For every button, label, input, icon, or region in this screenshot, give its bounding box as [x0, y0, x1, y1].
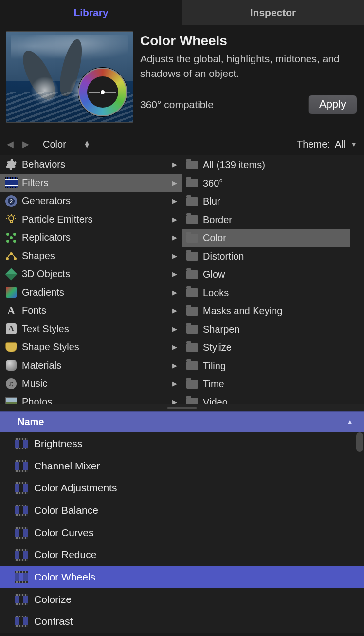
sort-arrow-icon: ▲	[346, 418, 353, 426]
subcategory-row[interactable]: Time	[182, 375, 350, 393]
subcategory-label: Border	[203, 214, 232, 225]
chevron-right-icon: ▶	[172, 179, 177, 187]
list-item[interactable]: Channel Mixer	[0, 455, 364, 477]
nav-back-icon[interactable]: ◀	[7, 139, 14, 150]
shape-icon	[5, 249, 18, 262]
subcategory-row[interactable]: All (139 items)	[182, 156, 350, 174]
filmstrip-icon	[5, 176, 18, 189]
chevron-right-icon: ▶	[172, 362, 177, 369]
filter-icon	[15, 460, 28, 472]
subcategory-row[interactable]: 360°	[182, 174, 350, 193]
theme-label: Theme:	[297, 139, 330, 150]
path-popup[interactable]: Color ▲▼	[43, 139, 89, 150]
category-row[interactable]: Filters▶	[0, 174, 182, 192]
category-label: Shapes	[22, 250, 55, 262]
subcategory-row[interactable]: Video	[182, 393, 350, 404]
chevron-right-icon: ▶	[172, 325, 177, 333]
subcategory-label: Tiling	[203, 360, 226, 372]
list-item[interactable]: Contrast	[0, 611, 364, 633]
category-row[interactable]: Materials▶	[0, 356, 182, 375]
font-icon: A	[5, 304, 18, 317]
apply-button[interactable]: Apply	[308, 95, 357, 114]
list-item-label: Channel Mixer	[34, 460, 100, 472]
gradient-icon	[5, 286, 18, 299]
filter-icon	[15, 505, 28, 516]
preview-panel: Color Wheels Adjusts the global, highlig…	[0, 25, 364, 133]
category-label: Replicators	[22, 232, 71, 243]
subcategory-label: Time	[203, 378, 224, 390]
chevron-right-icon: ▶	[172, 343, 177, 351]
list-header[interactable]: Name ▲	[0, 411, 364, 432]
category-label: Text Styles	[22, 323, 69, 335]
chevron-right-icon: ▶	[172, 197, 177, 205]
subcategory-row[interactable]: Distortion	[182, 247, 350, 266]
subcategory-row[interactable]: Color	[182, 229, 350, 247]
category-row[interactable]: Replicators▶	[0, 228, 182, 247]
subcategory-label: Masks and Keying	[203, 305, 282, 317]
subcategory-row[interactable]: Sharpen	[182, 320, 350, 339]
category-label: Gradients	[22, 287, 64, 298]
subcategory-label: All (139 items)	[203, 159, 265, 170]
list-item[interactable]: Brightness	[0, 432, 364, 455]
category-label: Photos	[22, 396, 52, 404]
folder-icon	[186, 325, 198, 334]
category-row[interactable]: 3D Objects▶	[0, 265, 182, 283]
list-item[interactable]: Color Adjustments	[0, 477, 364, 499]
svg-point-1	[6, 258, 8, 260]
filter-icon	[15, 571, 28, 583]
category-label: Particle Emitters	[22, 214, 93, 225]
folder-icon	[186, 197, 198, 206]
subcategory-row[interactable]: Stylize	[182, 338, 350, 357]
list-item-label: Contrast	[34, 616, 73, 627]
subcategory-row[interactable]: Blur	[182, 192, 350, 211]
theme-popup[interactable]: Theme: All ▼	[297, 139, 357, 150]
subcategory-row[interactable]: Glow	[182, 265, 350, 284]
chevron-right-icon: ▶	[172, 307, 177, 314]
filter-icon	[15, 527, 28, 539]
category-label: Filters	[22, 177, 48, 188]
subcategory-row[interactable]: Masks and Keying	[182, 302, 350, 320]
cube-icon	[5, 268, 18, 281]
chevron-down-icon: ▼	[350, 140, 357, 148]
category-row[interactable]: Behaviors▶	[0, 155, 182, 174]
folder-icon	[186, 161, 198, 169]
list-item[interactable]: Color Balance	[0, 499, 364, 522]
filter-icon	[15, 482, 28, 494]
subcategory-row[interactable]: Looks	[182, 284, 350, 302]
category-row[interactable]: ♫Music▶	[0, 374, 182, 393]
category-row[interactable]: Photos▶	[0, 393, 182, 404]
category-row[interactable]: Shape Styles▶	[0, 338, 182, 356]
generator-icon: 2	[5, 195, 18, 207]
category-label: Fonts	[22, 305, 46, 316]
subcategory-label: Stylize	[203, 342, 232, 353]
category-row[interactable]: 2Generators▶	[0, 192, 182, 210]
list-item-label: Color Balance	[34, 505, 98, 516]
subcategory-row[interactable]: Border	[182, 211, 350, 229]
category-label: Music	[22, 378, 47, 389]
list-item[interactable]: Color Reduce	[0, 543, 364, 566]
split-handle[interactable]	[0, 404, 364, 411]
list-item[interactable]: Color Curves	[0, 522, 364, 544]
list-item[interactable]: Color Wheels	[0, 566, 364, 588]
tab-library[interactable]: Library	[0, 0, 182, 25]
chevron-right-icon: ▶	[172, 161, 177, 168]
material-icon	[5, 359, 18, 372]
tab-inspector[interactable]: Inspector	[182, 0, 364, 25]
scrollbar[interactable]	[356, 432, 363, 452]
category-row[interactable]: AText Styles▶	[0, 320, 182, 338]
list-item[interactable]: Colorize	[0, 588, 364, 611]
svg-point-3	[10, 253, 12, 255]
subcategory-label: Sharpen	[203, 324, 240, 335]
list-item-label: Brightness	[34, 438, 82, 449]
nav-forward-icon[interactable]: ▶	[22, 139, 29, 150]
category-row[interactable]: Gradients▶	[0, 283, 182, 302]
folder-icon	[186, 270, 198, 279]
subcategory-row[interactable]: Tiling	[182, 357, 350, 375]
category-row[interactable]: AFonts▶	[0, 301, 182, 320]
svg-point-0	[9, 216, 14, 221]
list-item-label: Color Curves	[34, 527, 94, 539]
music-icon: ♫	[5, 377, 18, 390]
category-label: Generators	[22, 195, 71, 206]
category-row[interactable]: Particle Emitters▶	[0, 210, 182, 229]
category-row[interactable]: Shapes▶	[0, 247, 182, 265]
